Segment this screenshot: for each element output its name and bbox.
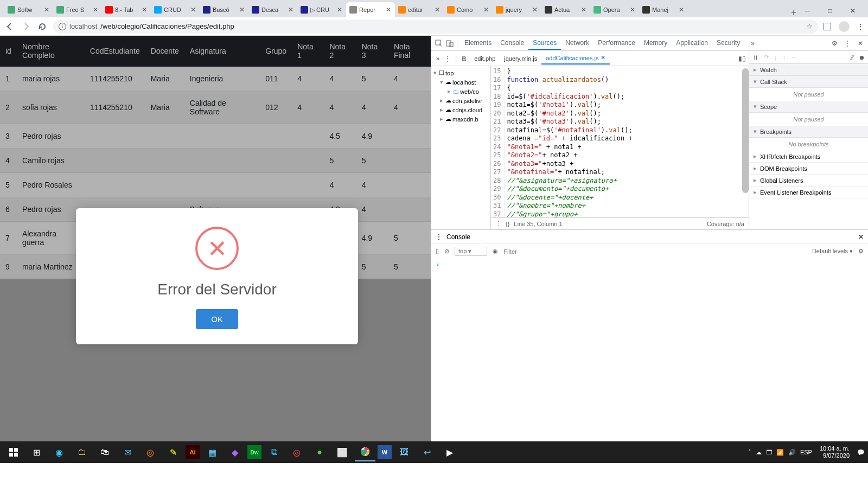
close-file-icon[interactable]: ✕ (601, 54, 605, 61)
console-levels-select[interactable]: Default levels ▾ (812, 248, 853, 255)
console-live-expression-icon[interactable]: ◉ (493, 248, 498, 255)
dom-breakpoints-header[interactable]: DOM Breakpoints (749, 163, 868, 175)
breakpoints-panel-header[interactable]: Breakpoints (749, 126, 868, 138)
window-maximize-button[interactable]: □ (824, 4, 837, 17)
taskbar-visualstudio-icon[interactable]: ◆ (225, 443, 245, 461)
nav-reload-button[interactable] (37, 21, 48, 32)
devtools-panel-tab[interactable]: Performance (593, 37, 640, 50)
browser-tab[interactable]: CRUD✕ (151, 2, 200, 17)
url-box[interactable]: i localhost/web/colegio/Calificaciones/P… (53, 20, 818, 34)
console-drawer-menu-icon[interactable]: ⋮ (436, 233, 442, 241)
global-listeners-header[interactable]: Global Listeners (749, 175, 868, 187)
browser-tab[interactable]: jquery✕ (493, 2, 541, 17)
browser-tab[interactable]: 8.- Tab✕ (102, 2, 151, 17)
console-drawer-label[interactable]: Console (446, 233, 470, 241)
browser-tab[interactable]: ▷ CRU✕ (297, 2, 346, 17)
taskbar-dreamweaver-icon[interactable]: Dw (247, 445, 261, 459)
device-toolbar-icon[interactable] (445, 39, 454, 48)
toggle-sidebar-icon[interactable]: ▮▯ (738, 54, 746, 63)
taskbar-store-icon[interactable]: 🛍 (94, 443, 115, 461)
window-close-button[interactable]: ✕ (846, 4, 859, 17)
console-sidebar-toggle-icon[interactable]: ▯ (436, 248, 439, 255)
taskbar-acrobat-icon[interactable]: ⬜ (332, 443, 353, 461)
tree-item[interactable]: ☁ cdnjs.cloud (432, 105, 489, 114)
devtools-panel-tab[interactable]: Application (672, 37, 712, 50)
debugger-deactivate-icon[interactable]: ⁄⁄ (851, 54, 853, 61)
tray-chevron-icon[interactable]: ˄ (748, 449, 751, 456)
source-code-editor[interactable]: 1516171819202122232425262728293031323334… (491, 66, 749, 217)
tray-notifications-icon[interactable]: 💬 (857, 449, 865, 456)
tab-close-icon[interactable]: ✕ (630, 6, 635, 14)
debugger-pause-icon[interactable]: ⏸ (752, 54, 758, 61)
console-clear-icon[interactable]: ⊘ (444, 248, 449, 255)
browser-tab[interactable]: Repor✕ (346, 2, 395, 17)
console-filter-input[interactable] (503, 248, 807, 255)
sources-file-tree[interactable]: ☐top ☁ localhost🗀 web/co☁ cdn.jsdelivr☁ … (431, 66, 491, 229)
tree-item[interactable]: ☁ maxcdn.b (432, 114, 489, 124)
browser-tab[interactable]: Actua✕ (541, 2, 590, 17)
devtools-panel-tab[interactable]: Console (496, 37, 528, 50)
chrome-menu-icon[interactable]: ⋮ (857, 23, 864, 30)
console-settings-icon[interactable]: ⚙ (858, 248, 864, 255)
taskbar-mail-icon[interactable]: ✉ (117, 443, 138, 461)
debugger-step-icon[interactable]: → (791, 54, 797, 61)
tray-battery-icon[interactable]: 🗔 (766, 449, 772, 455)
devtools-close-icon[interactable]: ✕ (856, 39, 865, 48)
profile-avatar[interactable] (839, 21, 850, 32)
taskbar-chrome-icon[interactable] (355, 443, 375, 461)
browser-tab[interactable]: Manej✕ (639, 2, 688, 17)
console-drawer-close-icon[interactable]: ✕ (858, 233, 864, 241)
browser-tab[interactable]: Softw✕ (4, 2, 53, 17)
window-minimize-button[interactable]: ─ (801, 4, 814, 17)
source-file-tab[interactable]: addCalificaciones.js ✕ (541, 52, 610, 65)
devtools-panel-tab[interactable]: Memory (640, 37, 672, 50)
taskbar-app-icon[interactable]: ◎ (140, 443, 161, 461)
taskbar-photos-icon[interactable]: 🖼 (394, 443, 414, 461)
browser-tab[interactable]: Buscó✕ (200, 2, 248, 17)
callstack-panel-header[interactable]: Call Stack (749, 76, 868, 88)
tree-item[interactable]: ☁ localhost (432, 78, 489, 87)
sources-nav-icon[interactable]: » (433, 54, 442, 63)
taskbar-app-icon[interactable]: ◎ (286, 443, 307, 461)
browser-tab[interactable]: Desca✕ (248, 2, 297, 17)
task-view-icon[interactable]: ⊞ (26, 443, 47, 461)
sources-menu-icon[interactable]: ⋮ (443, 54, 452, 63)
browser-tab[interactable]: Free S✕ (53, 2, 102, 17)
modal-ok-button[interactable]: OK (196, 309, 238, 329)
console-prompt[interactable]: › (431, 259, 868, 441)
tab-close-icon[interactable]: ✕ (288, 6, 293, 14)
tray-volume-icon[interactable]: 🔊 (788, 449, 796, 456)
taskbar-explorer-icon[interactable]: 🗀 (72, 443, 92, 461)
taskbar-illustrator-icon[interactable]: Ai (186, 445, 200, 459)
tray-clock[interactable]: 10:04 a. m. 9/07/2020 (816, 445, 853, 459)
tray-language[interactable]: ESP (800, 449, 812, 455)
devtools-menu-icon[interactable]: ⋮ (843, 39, 852, 48)
taskbar-vscode-icon[interactable]: ⧉ (264, 443, 284, 461)
taskbar-app-icon[interactable]: ✎ (163, 443, 183, 461)
tray-cloud-icon[interactable]: ☁ (756, 449, 762, 456)
taskbar-media-icon[interactable]: ▶ (439, 443, 460, 461)
new-tab-button[interactable]: + (787, 8, 801, 17)
tab-close-icon[interactable]: ✕ (386, 6, 391, 14)
watch-panel-header[interactable]: Watch (749, 64, 868, 76)
code-scrollbar[interactable] (742, 68, 749, 193)
taskbar-app-icon[interactable]: ● (309, 443, 330, 461)
inspect-element-icon[interactable] (435, 39, 443, 48)
nav-back-button[interactable] (4, 21, 15, 32)
site-info-icon[interactable]: i (59, 23, 66, 30)
tab-close-icon[interactable]: ✕ (435, 6, 440, 14)
tab-close-icon[interactable]: ✕ (679, 6, 684, 14)
tree-item[interactable]: 🗀 web/co (432, 87, 489, 96)
source-file-tab[interactable]: jquery.min.js (500, 52, 541, 65)
bookmark-star-icon[interactable]: ☆ (806, 22, 813, 30)
debugger-step-out-icon[interactable]: ↑ (783, 54, 786, 61)
tree-item[interactable]: ☁ cdn.jsdelivr (432, 96, 489, 105)
debugger-step-over-icon[interactable]: ↷ (764, 54, 769, 61)
devtools-panel-tab[interactable]: Sources (528, 37, 561, 50)
devtools-settings-icon[interactable]: ⚙ (830, 39, 839, 48)
event-listener-breakpoints-header[interactable]: Event Listener Breakpoints (749, 187, 868, 198)
tab-close-icon[interactable]: ✕ (44, 6, 49, 14)
tab-close-icon[interactable]: ✕ (532, 6, 538, 14)
tab-close-icon[interactable]: ✕ (581, 6, 586, 14)
tab-close-icon[interactable]: ✕ (337, 6, 342, 14)
